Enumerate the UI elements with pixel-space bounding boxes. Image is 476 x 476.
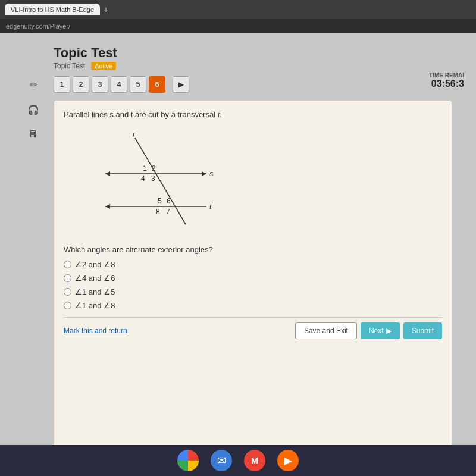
choice-1[interactable]: ∠2 and ∠8 (64, 260, 442, 269)
q-btn-3[interactable]: 3 (92, 76, 108, 93)
save-exit-button[interactable]: Save and Exit (295, 322, 357, 339)
q-btn-1[interactable]: 1 (54, 76, 70, 93)
radio-2[interactable] (64, 274, 71, 282)
answer-section: Which angles are alternate exterior angl… (64, 245, 442, 310)
svg-marker-5 (105, 204, 110, 209)
svg-text:4: 4 (141, 174, 145, 183)
page-title: Topic Test (54, 45, 452, 61)
tab-label: VLI-Intro to HS Math B-Edge (11, 6, 94, 13)
svg-text:r: r (133, 130, 136, 139)
time-label: TIME REMAI (429, 72, 464, 79)
footer-bar: Mark this and return Save and Exit Next … (64, 317, 442, 339)
new-tab-button[interactable]: + (104, 5, 108, 14)
breadcrumb: Topic Test Active (54, 62, 452, 70)
parallel-lines-diagram: s t r 1 2 4 (76, 126, 230, 233)
svg-text:7: 7 (166, 208, 170, 216)
radio-1[interactable] (64, 261, 71, 268)
next-button[interactable]: Next ▶ (361, 322, 400, 339)
mail-icon[interactable]: ✉ (211, 450, 232, 471)
url-bar: edgenuity.com/Player/ (0, 19, 476, 33)
svg-marker-2 (202, 171, 206, 176)
choice-3[interactable]: ∠1 and ∠5 (64, 287, 442, 296)
main-content: Topic Test Topic Test Active 1 2 3 4 5 6… (54, 39, 452, 470)
choice-label-2: ∠4 and ∠6 (75, 274, 115, 283)
left-sidebar: ✏ 🎧 🖩 (24, 39, 54, 470)
q-btn-6[interactable]: 6 (149, 76, 165, 93)
next-label: Next (369, 327, 384, 335)
time-remaining-display: TIME REMAI 03:56:3 (429, 72, 464, 89)
chrome-icon[interactable] (177, 450, 199, 471)
choice-label-4: ∠1 and ∠8 (75, 301, 115, 310)
q-btn-2[interactable]: 2 (73, 76, 89, 93)
choice-label-3: ∠1 and ∠5 (75, 287, 115, 296)
breadcrumb-item1: Topic Test (54, 62, 85, 70)
calculator-icon[interactable]: 🖩 (24, 125, 43, 144)
svg-text:3: 3 (151, 174, 155, 183)
svg-text:5: 5 (158, 197, 162, 205)
pencil-icon[interactable]: ✏ (24, 75, 43, 94)
choice-label-1: ∠2 and ∠8 (75, 260, 115, 269)
svg-marker-1 (105, 171, 110, 176)
submit-button[interactable]: Submit (403, 322, 442, 339)
answer-prompt: Which angles are alternate exterior angl… (64, 245, 442, 254)
question-box: Parallel lines s and t are cut by a tran… (54, 100, 452, 470)
radio-3[interactable] (64, 288, 71, 296)
screen: VLI-Intro to HS Math B-Edge + edgenuity.… (0, 0, 476, 476)
svg-text:s: s (209, 169, 214, 178)
svg-text:1: 1 (143, 164, 147, 173)
browser-tab[interactable]: VLI-Intro to HS Math B-Edge (5, 4, 100, 15)
question-navigation: 1 2 3 4 5 6 ▶ (54, 76, 452, 93)
svg-text:2: 2 (152, 164, 156, 173)
main-area: TIME REMAI 03:56:3 ✏ 🎧 🖩 Topic Test Topi… (0, 33, 476, 476)
choice-2[interactable]: ∠4 and ∠6 (64, 274, 442, 283)
svg-text:t: t (209, 202, 212, 211)
footer-buttons: Save and Exit Next ▶ Submit (295, 322, 442, 339)
mark-return-link[interactable]: Mark this and return (64, 327, 127, 335)
url-text: edgenuity.com/Player/ (6, 23, 70, 30)
diagram-area: s t r 1 2 4 (76, 126, 442, 236)
q-btn-arrow[interactable]: ▶ (173, 76, 189, 93)
next-arrow-icon: ▶ (386, 327, 392, 335)
breadcrumb-active: Active (91, 62, 116, 70)
question-text: Parallel lines s and t are cut by a tran… (64, 110, 442, 119)
q-btn-5[interactable]: 5 (130, 76, 146, 93)
svg-text:6: 6 (167, 197, 171, 205)
gmail-icon[interactable]: M (244, 450, 265, 471)
time-value: 03:56:3 (429, 79, 464, 89)
play-icon[interactable]: ▶ (277, 450, 299, 471)
radio-4[interactable] (64, 302, 71, 309)
taskbar: ✉ M ▶ (0, 445, 476, 476)
headphone-icon[interactable]: 🎧 (24, 100, 43, 119)
q-btn-4[interactable]: 4 (111, 76, 127, 93)
svg-text:8: 8 (156, 208, 160, 216)
choice-4[interactable]: ∠1 and ∠8 (64, 301, 442, 310)
browser-chrome: VLI-Intro to HS Math B-Edge + (0, 0, 476, 19)
